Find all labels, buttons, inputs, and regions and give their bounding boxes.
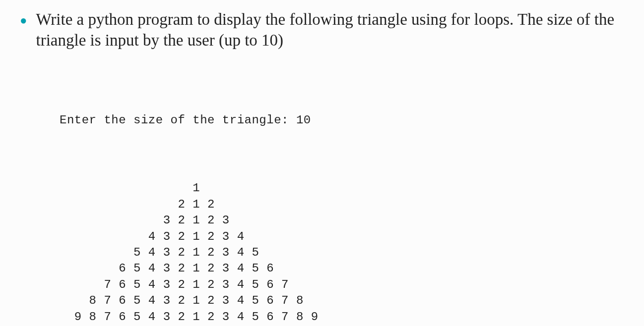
bullet-marker-icon: ●: [20, 9, 27, 30]
bullet-text: Write a python program to display the fo…: [36, 9, 625, 51]
bullet-item: ● Write a python program to display the …: [20, 9, 624, 51]
input-prompt-line: Enter the size of the triangle: 10: [60, 112, 624, 128]
slide-content: ● Write a python program to display the …: [0, 0, 644, 326]
triangle-output: 1 2 1 2 3 2 1 2 3 4 3 2 1 2 3 4 5 4 3 2 …: [60, 180, 624, 325]
code-output-block: Enter the size of the triangle: 10 1 2 1…: [60, 80, 624, 326]
